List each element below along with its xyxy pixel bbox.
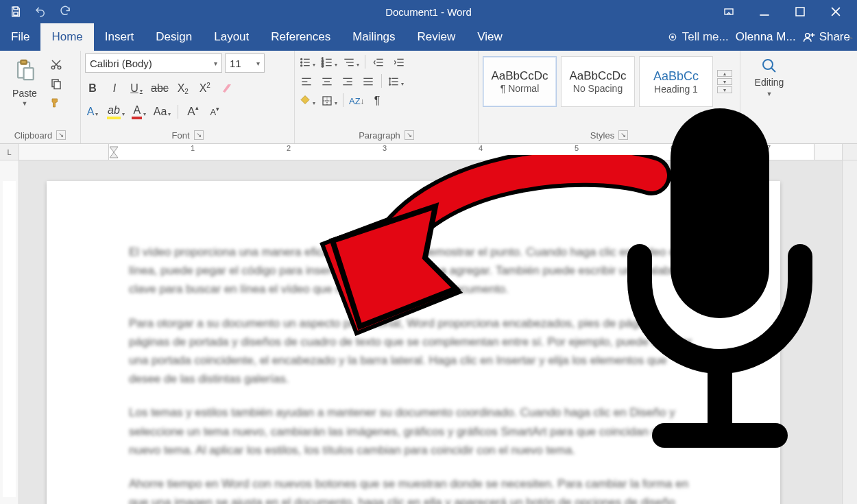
align-center-button[interactable] xyxy=(319,74,335,89)
svg-point-8 xyxy=(671,36,673,38)
style-gallery[interactable]: AaBbCcDc ¶ Normal AaBbCcDc No Spacing Aa… xyxy=(483,53,732,107)
tab-design[interactable]: Design xyxy=(145,23,203,51)
maximize-icon[interactable] xyxy=(791,3,809,21)
account-name[interactable]: Olenna M... xyxy=(736,30,796,44)
tab-file[interactable]: File xyxy=(0,23,40,51)
underline-button[interactable]: U▾ xyxy=(129,81,144,96)
svg-marker-63 xyxy=(110,152,118,158)
tab-mailings[interactable]: Mailings xyxy=(341,23,406,51)
tab-view[interactable]: View xyxy=(466,23,514,51)
window-controls xyxy=(720,3,857,21)
tab-review[interactable]: Review xyxy=(407,23,467,51)
tell-me-search[interactable]: Tell me... xyxy=(667,30,729,44)
svg-rect-14 xyxy=(24,68,34,80)
ribbon-options-icon[interactable] xyxy=(720,3,738,21)
sort-button[interactable]: AZ↓ xyxy=(349,93,364,108)
style-no-spacing[interactable]: AaBbCcDc No Spacing xyxy=(561,56,635,107)
scrollbar-vertical-top[interactable] xyxy=(842,144,857,160)
ribbon-tabs: File Home Insert Design Layout Reference… xyxy=(0,23,857,51)
indent-marker-icon[interactable] xyxy=(108,145,119,159)
minimize-icon[interactable] xyxy=(756,3,773,21)
arrow-overlay-icon xyxy=(295,155,679,347)
subscript-button[interactable]: X2 xyxy=(176,81,191,96)
tab-home[interactable]: Home xyxy=(40,23,93,51)
vertical-ruler[interactable] xyxy=(0,160,19,504)
style-gallery-more[interactable]: ▴▾▾ xyxy=(717,56,732,107)
undo-icon[interactable] xyxy=(34,5,47,18)
clipboard-group-label: Clipboard xyxy=(14,130,53,141)
tell-me-label: Tell me... xyxy=(682,30,729,44)
styles-group-label: Styles xyxy=(590,130,614,141)
paragraph-text[interactable]: Los temas y estilos también ayudan a man… xyxy=(129,403,698,459)
save-icon[interactable] xyxy=(10,5,22,18)
collapse-ribbon-icon[interactable]: ⌃ xyxy=(847,36,854,45)
tab-insert[interactable]: Insert xyxy=(94,23,145,51)
change-case-button[interactable]: Aa▾ xyxy=(154,104,171,119)
svg-text:3: 3 xyxy=(322,64,324,68)
redo-icon[interactable] xyxy=(59,5,71,18)
font-color-button[interactable]: A▾ xyxy=(132,104,147,119)
svg-point-21 xyxy=(301,58,302,60)
bullets-button[interactable]: ▾ xyxy=(299,55,315,70)
svg-rect-13 xyxy=(21,60,27,64)
window-title: Document1 - Word xyxy=(385,6,472,18)
svg-rect-1 xyxy=(14,12,18,16)
share-button[interactable]: Share xyxy=(803,30,850,44)
increase-indent-button[interactable] xyxy=(391,55,407,70)
svg-point-25 xyxy=(301,65,302,67)
decrease-indent-button[interactable] xyxy=(371,55,386,70)
svg-marker-62 xyxy=(110,147,118,152)
editing-button[interactable]: Editing ▼ xyxy=(745,53,793,97)
font-launcher-icon[interactable]: ↘ xyxy=(194,130,204,140)
line-spacing-button[interactable]: ▾ xyxy=(387,74,404,89)
editing-label: Editing xyxy=(755,77,784,88)
cut-icon[interactable] xyxy=(49,58,63,71)
numbering-button[interactable]: 123▾ xyxy=(321,55,337,70)
ribbon: ⌃ Paste ▼ Clipboard↘ Calibri (Body)▾ 11▾ xyxy=(0,51,857,144)
format-painter-icon[interactable] xyxy=(49,96,63,110)
align-right-button[interactable] xyxy=(340,74,355,89)
share-label: Share xyxy=(819,30,850,44)
svg-point-23 xyxy=(301,62,302,63)
tab-selector[interactable]: L xyxy=(0,144,19,160)
svg-rect-20 xyxy=(54,82,60,89)
svg-rect-2 xyxy=(725,9,733,14)
font-size-combo[interactable]: 11▾ xyxy=(225,53,265,73)
titlebar: Document1 - Word xyxy=(0,0,857,23)
copy-icon[interactable] xyxy=(49,77,63,91)
paragraph-launcher-icon[interactable]: ↘ xyxy=(405,130,414,140)
paragraph-text[interactable]: Ahorre tiempo en Word con nuevos botones… xyxy=(129,475,698,504)
style-heading-1[interactable]: AaBbCc Heading 1 xyxy=(639,56,713,107)
justify-button[interactable] xyxy=(361,74,376,89)
grow-font-button[interactable]: A▴ xyxy=(185,104,200,119)
tab-layout[interactable]: Layout xyxy=(203,23,260,51)
svg-point-9 xyxy=(805,34,809,38)
text-effects-button[interactable]: A▾ xyxy=(85,104,100,119)
font-name-combo[interactable]: Calibri (Body)▾ xyxy=(85,53,222,73)
paragraph-group-label: Paragraph xyxy=(359,130,400,141)
close-icon[interactable] xyxy=(827,3,845,21)
borders-button[interactable]: ▾ xyxy=(321,93,337,108)
strikethrough-button[interactable]: abc xyxy=(151,81,169,96)
clipboard-launcher-icon[interactable]: ↘ xyxy=(56,130,66,140)
highlight-button[interactable]: ab▾ xyxy=(107,104,125,119)
show-marks-button[interactable]: ¶ xyxy=(370,93,385,108)
italic-button[interactable]: I xyxy=(107,81,122,96)
svg-line-61 xyxy=(771,68,775,72)
scrollbar-vertical[interactable] xyxy=(842,160,857,504)
multilevel-list-button[interactable]: ▾ xyxy=(343,55,359,70)
shrink-font-button[interactable]: A▾ xyxy=(207,104,222,119)
shading-button[interactable]: ▾ xyxy=(299,93,315,108)
style-normal[interactable]: AaBbCcDc ¶ Normal xyxy=(483,56,557,107)
paste-button[interactable]: Paste ▼ xyxy=(4,53,45,107)
styles-launcher-icon[interactable]: ↘ xyxy=(618,130,628,140)
svg-rect-4 xyxy=(796,8,804,16)
paste-label: Paste xyxy=(12,88,37,99)
quick-access-toolbar xyxy=(0,5,71,18)
bold-button[interactable]: B xyxy=(85,81,100,96)
superscript-button[interactable]: X2 xyxy=(197,81,213,96)
svg-rect-0 xyxy=(14,7,18,10)
clear-formatting-icon[interactable] xyxy=(219,81,234,96)
align-left-button[interactable] xyxy=(299,74,314,89)
tab-references[interactable]: References xyxy=(260,23,341,51)
